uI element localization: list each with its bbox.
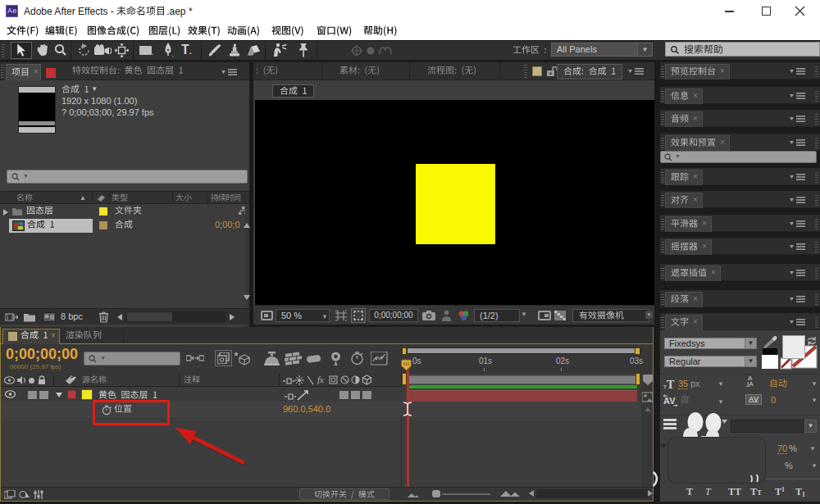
svg-text:AV: AV: [663, 396, 676, 406]
